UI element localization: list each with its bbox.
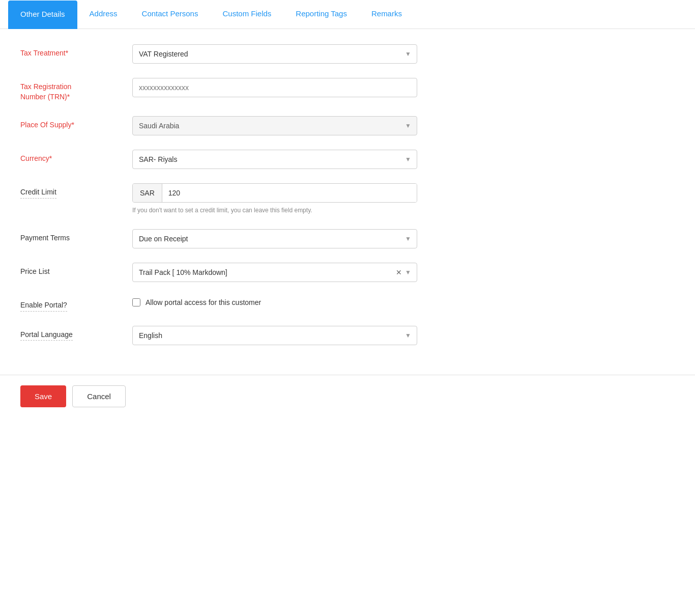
trn-row: Tax RegistrationNumber (TRN)*	[20, 78, 675, 102]
currency-row: Currency* SAR- Riyals USD- US Dollar EUR…	[20, 150, 675, 169]
tab-other-details[interactable]: Other Details	[8, 1, 77, 29]
portal-language-control: English Arabic French Spanish ▼	[132, 326, 417, 345]
credit-limit-row: Credit Limit SAR If you don't want to se…	[20, 183, 675, 215]
credit-limit-input[interactable]	[162, 184, 417, 202]
payment-terms-control: Due on Receipt Net 15 Net 30 Net 45 Net …	[132, 229, 417, 248]
trn-control	[132, 78, 417, 97]
credit-limit-label-text: Credit Limit	[20, 187, 56, 199]
credit-limit-input-group: SAR	[132, 183, 417, 203]
credit-limit-currency-prefix: SAR	[133, 184, 162, 202]
payment-terms-label: Payment Terms	[20, 229, 132, 243]
enable-portal-checkbox-label: Allow portal access for this customer	[146, 298, 261, 306]
enable-portal-control: Allow portal access for this customer	[132, 296, 417, 306]
place-of-supply-row: Place Of Supply* Saudi Arabia UAE Bahrai…	[20, 116, 675, 135]
portal-language-label: Portal Language	[20, 326, 132, 341]
tab-custom-fields[interactable]: Custom Fields	[210, 0, 283, 29]
credit-limit-control: SAR If you don't want to set a credit li…	[132, 183, 417, 215]
enable-portal-checkbox[interactable]	[132, 298, 140, 306]
tax-treatment-select-wrapper: VAT Registered Non-VAT Registered GCC VA…	[132, 44, 417, 64]
payment-terms-row: Payment Terms Due on Receipt Net 15 Net …	[20, 229, 675, 248]
main-form: Tax Treatment* VAT Registered Non-VAT Re…	[0, 29, 695, 375]
cancel-button[interactable]: Cancel	[72, 385, 126, 407]
currency-select-wrapper: SAR- Riyals USD- US Dollar EUR- Euro GBP…	[132, 150, 417, 169]
price-list-label: Price List	[20, 263, 132, 277]
tax-treatment-row: Tax Treatment* VAT Registered Non-VAT Re…	[20, 44, 675, 64]
tax-treatment-select[interactable]: VAT Registered Non-VAT Registered GCC VA…	[132, 44, 417, 64]
payment-terms-select-wrapper: Due on Receipt Net 15 Net 30 Net 45 Net …	[132, 229, 417, 248]
trn-label: Tax RegistrationNumber (TRN)*	[20, 78, 132, 102]
portal-language-row: Portal Language English Arabic French Sp…	[20, 326, 675, 345]
tab-bar: Other Details Address Contact Persons Cu…	[0, 0, 695, 29]
enable-portal-checkbox-row: Allow portal access for this customer	[132, 296, 417, 306]
currency-select[interactable]: SAR- Riyals USD- US Dollar EUR- Euro GBP…	[132, 150, 417, 169]
footer: Save Cancel	[0, 375, 695, 417]
tax-treatment-label: Tax Treatment*	[20, 44, 132, 59]
credit-limit-label: Credit Limit	[20, 183, 132, 199]
place-of-supply-select[interactable]: Saudi Arabia UAE Bahrain Kuwait Oman Qat…	[132, 116, 417, 135]
price-list-row: Price List Trail Pack [ 10% Markdown] St…	[20, 263, 675, 282]
currency-label: Currency*	[20, 150, 132, 164]
price-list-clear-button[interactable]: ✕	[396, 268, 402, 276]
portal-language-select-wrapper: English Arabic French Spanish ▼	[132, 326, 417, 345]
trn-input[interactable]	[132, 78, 417, 97]
place-of-supply-label: Place Of Supply*	[20, 116, 132, 130]
place-of-supply-control: Saudi Arabia UAE Bahrain Kuwait Oman Qat…	[132, 116, 417, 135]
place-of-supply-select-wrapper: Saudi Arabia UAE Bahrain Kuwait Oman Qat…	[132, 116, 417, 135]
price-list-select[interactable]: Trail Pack [ 10% Markdown] Standard Pric…	[132, 263, 417, 282]
enable-portal-label-text: Enable Portal?	[20, 300, 67, 312]
price-list-control: Trail Pack [ 10% Markdown] Standard Pric…	[132, 263, 417, 282]
portal-language-select[interactable]: English Arabic French Spanish	[132, 326, 417, 345]
enable-portal-row: Enable Portal? Allow portal access for t…	[20, 296, 675, 312]
save-button[interactable]: Save	[20, 385, 66, 407]
payment-terms-select[interactable]: Due on Receipt Net 15 Net 30 Net 45 Net …	[132, 229, 417, 248]
price-list-select-wrapper: Trail Pack [ 10% Markdown] Standard Pric…	[132, 263, 417, 282]
tab-reporting-tags[interactable]: Reporting Tags	[283, 0, 359, 29]
portal-language-label-text: Portal Language	[20, 330, 73, 341]
enable-portal-label: Enable Portal?	[20, 296, 132, 312]
currency-control: SAR- Riyals USD- US Dollar EUR- Euro GBP…	[132, 150, 417, 169]
tab-address[interactable]: Address	[77, 0, 130, 29]
tax-treatment-control: VAT Registered Non-VAT Registered GCC VA…	[132, 44, 417, 64]
tab-remarks[interactable]: Remarks	[359, 0, 414, 29]
tab-contact-persons[interactable]: Contact Persons	[130, 0, 211, 29]
credit-limit-hint: If you don't want to set a credit limit,…	[132, 206, 417, 215]
